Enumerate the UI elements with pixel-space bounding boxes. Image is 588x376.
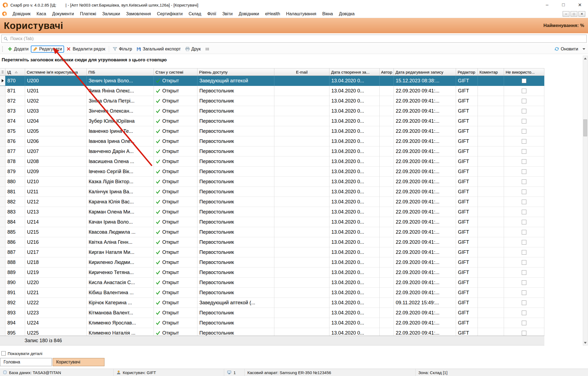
search-box[interactable] <box>1 35 587 43</box>
table-row[interactable]: 887U217Кирган Наталя Ми...ОткрытПервосто… <box>0 247 544 257</box>
menu-item-10[interactable]: Звіти <box>219 10 236 18</box>
table-row[interactable]: 890U220Кисла Анастасія С...ОткрытПервост… <box>0 278 544 288</box>
minimize-button[interactable]: – <box>539 0 555 10</box>
toolbar-overflow-chevron-icon[interactable] <box>583 48 585 50</box>
menu-item-13[interactable]: Налаштування <box>283 10 319 18</box>
column-header-9[interactable]: Дата редагування запису <box>394 68 456 76</box>
unused-checkbox[interactable] <box>522 179 526 184</box>
delete-row-button[interactable]: Видалити рядок <box>64 46 107 53</box>
table-row[interactable]: 875U205Іваненко Ірина Те...ОткрытПервост… <box>0 126 544 136</box>
unused-checkbox[interactable] <box>522 169 526 174</box>
unused-checkbox[interactable] <box>522 260 526 265</box>
column-header-6[interactable]: E-mail <box>274 68 329 76</box>
close-button[interactable]: ✕ <box>572 0 588 10</box>
filter-button[interactable]: Фільтр <box>110 46 134 53</box>
table-row[interactable]: 884U214Качан Ірина Воло...ОткрытПервосто… <box>0 217 544 227</box>
unused-checkbox[interactable] <box>522 321 526 325</box>
menu-item-8[interactable]: Склад <box>186 10 204 18</box>
menu-item-1[interactable]: Довідник <box>10 10 34 18</box>
table-row[interactable]: 874U204Зубер Юлія ЮріївнаОткрытПервостол… <box>0 116 544 126</box>
refresh-button[interactable]: Оновити <box>552 46 580 53</box>
table-row[interactable]: 871U201Зима Яніна Олекс...ОткрытПервосто… <box>0 86 544 96</box>
column-header-1[interactable]: ІД <box>5 68 25 76</box>
menu-item-2[interactable]: Каса <box>34 10 49 18</box>
unused-checkbox[interactable] <box>522 129 526 134</box>
unused-checkbox[interactable] <box>522 290 526 295</box>
menu-item-14[interactable]: Вікна <box>319 10 336 18</box>
show-details-checkbox[interactable] <box>1 351 6 356</box>
table-row[interactable]: 888U218Кириленко Людми...ОткрытПервостол… <box>0 257 544 267</box>
column-header-5[interactable]: Рівень доступу <box>197 68 274 76</box>
edit-button[interactable]: Редагувати <box>31 46 64 53</box>
table-row[interactable]: 895U225Клименко Наталія ...ОткрытПервост… <box>0 328 544 336</box>
unused-checkbox[interactable] <box>522 99 526 103</box>
table-row[interactable]: 892U222Кірічок Катерина ...ОткрытЗаведую… <box>0 298 544 308</box>
table-row[interactable]: 889U219Кириченко Тетяна...ОткрытПервосто… <box>0 267 544 278</box>
unused-checkbox[interactable] <box>522 230 526 234</box>
unused-checkbox[interactable] <box>522 149 526 154</box>
table-row[interactable]: 883U213Карман Олена Ми...ОткрытПервостол… <box>0 207 544 217</box>
unused-checkbox[interactable] <box>522 139 526 144</box>
column-header-7[interactable]: Дата створення за... <box>329 68 380 76</box>
add-button[interactable]: Додати <box>5 46 31 53</box>
scroll-up-button[interactable] <box>583 56 587 61</box>
column-header-3[interactable]: ПІБ <box>87 68 154 76</box>
scroll-down-button[interactable] <box>583 340 587 345</box>
unused-checkbox[interactable] <box>522 270 526 275</box>
menu-item-12[interactable]: eHealth <box>262 10 283 18</box>
unused-checkbox[interactable] <box>522 89 526 93</box>
column-header-2[interactable]: Системне ім'я користувача <box>25 68 87 76</box>
unused-checkbox[interactable] <box>522 210 526 214</box>
table-row[interactable]: 870U200Зенич Ірина Воло...ОткрытЗаведующ… <box>0 76 544 86</box>
unused-checkbox[interactable] <box>522 189 526 194</box>
table-row[interactable]: 881U211Калінчук Ірина Ва...ОткрытПервост… <box>0 187 544 197</box>
unused-checkbox[interactable] <box>522 200 526 204</box>
search-input[interactable] <box>10 36 586 41</box>
vertical-scrollbar[interactable] <box>583 56 588 345</box>
table-row[interactable]: 893U223Кітманова Валент...ОткрытПервосто… <box>0 308 544 318</box>
group-panel[interactable]: Перетягніть заголовок колонки сюди для у… <box>0 54 588 68</box>
column-header-8[interactable]: Автор <box>380 68 394 76</box>
columns-button[interactable] <box>203 46 212 52</box>
unused-checkbox[interactable] <box>522 240 526 245</box>
unused-checkbox[interactable] <box>522 159 526 164</box>
table-row[interactable]: 872U202Зініна Ольга Петрі...ОткрытПервос… <box>0 96 544 106</box>
unused-checkbox[interactable] <box>522 280 526 285</box>
unused-checkbox[interactable] <box>522 300 526 305</box>
table-row[interactable]: 891U221Кібиш Валентина ...ОткрытПервосто… <box>0 288 544 298</box>
unused-checkbox[interactable] <box>522 250 526 255</box>
unused-checkbox[interactable] <box>522 220 526 224</box>
menu-item-9[interactable]: Філії <box>204 10 219 18</box>
column-header-11[interactable]: Коментар <box>478 68 504 76</box>
menu-item-6[interactable]: Замовлення <box>123 10 154 18</box>
menu-item-3[interactable]: Документи <box>49 10 77 18</box>
mdi-close-button[interactable]: ✕ <box>578 11 585 17</box>
table-row[interactable]: 886U216Квітка Аліна Генн...ОткрытПервост… <box>0 237 544 247</box>
print-button[interactable]: Друк <box>183 46 203 53</box>
table-row[interactable]: 885U215Квасова Людмила ...ОткрытПервосто… <box>0 227 544 237</box>
table-row[interactable]: 894U224Клименко Ярослав...ОткрытПервосто… <box>0 318 544 328</box>
menu-item-7[interactable]: Сертифікати <box>154 10 185 18</box>
column-header-4[interactable]: Стан у системі <box>154 68 197 76</box>
export-button[interactable]: Загальний експорт <box>134 46 183 53</box>
maximize-button[interactable]: □ <box>555 0 572 10</box>
mdi-restore-button[interactable]: □ <box>571 11 577 17</box>
column-header-12[interactable]: Не використо... <box>504 68 544 76</box>
scrollbar-thumb[interactable] <box>583 119 587 136</box>
unused-checkbox[interactable] <box>522 109 526 113</box>
unused-checkbox[interactable] <box>522 79 526 83</box>
table-row[interactable]: 882U212Карачка Юлія Вас...ОткрытПервосто… <box>0 197 544 207</box>
column-header-10[interactable]: Редактор <box>456 68 478 76</box>
table-row[interactable]: 877U207Іванченко Дарін А...ОткрытПервост… <box>0 146 544 157</box>
menu-item-5[interactable]: Залишки <box>99 10 123 18</box>
menu-item-11[interactable]: Довідники <box>236 10 262 18</box>
table-row[interactable]: 878U208Івасишена Олена ...ОткрытПервосто… <box>0 157 544 167</box>
unused-checkbox[interactable] <box>522 331 526 335</box>
table-row[interactable]: 880U210Казка Лідія Віктор...ОткрытПервос… <box>0 177 544 187</box>
tab-main[interactable]: Головна <box>0 358 52 366</box>
menu-item-15[interactable]: Довідка <box>336 10 358 18</box>
table-row[interactable]: 879U209Івченко Сергій Вік...ОткрытПервос… <box>0 167 544 177</box>
mdi-minimize-button[interactable]: – <box>563 11 569 17</box>
tab-users[interactable]: Користувачі <box>53 358 104 366</box>
menu-item-4[interactable]: Платежі <box>77 10 99 18</box>
